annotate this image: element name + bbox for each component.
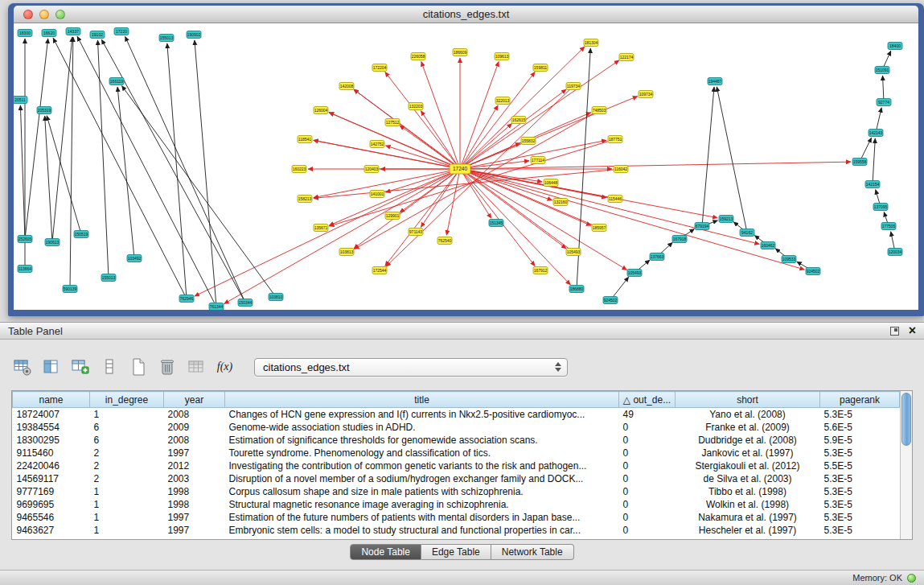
graph-node[interactable]: 18300 (18, 30, 32, 37)
graph-node[interactable]: 159558 (852, 159, 867, 166)
graph-node[interactable]: 129901 (385, 212, 400, 220)
graph-node[interactable]: 94162 (740, 229, 754, 237)
graph-node[interactable]: 132160 (553, 199, 568, 206)
graph-node[interactable]: 166119 (109, 78, 124, 85)
graph-node[interactable]: 109734 (639, 91, 653, 98)
graph-node[interactable]: 155013 (159, 35, 174, 42)
table-cell[interactable]: 2 (90, 459, 164, 472)
tab-network-table[interactable]: Network Table (491, 544, 574, 560)
table-cell[interactable]: 1 (90, 485, 164, 498)
scrollbar-thumb[interactable] (901, 393, 911, 446)
table-cell[interactable]: 18724007 (13, 408, 90, 421)
graph-node[interactable]: 142154 (865, 181, 880, 188)
table-cell[interactable]: 5.3E-5 (820, 485, 900, 498)
close-panel-icon[interactable]: × (909, 325, 916, 336)
graph-node[interactable]: 158213 (298, 196, 312, 203)
table-cell[interactable]: Estimation of the future numbers of pati… (225, 511, 619, 524)
table-cell[interactable]: 0 (619, 459, 676, 472)
graph-node[interactable]: 167912 (533, 267, 548, 274)
table-cell[interactable]: Corpus callosum shape and size in male p… (225, 485, 619, 498)
graph-node[interactable]: 127512 (385, 119, 400, 126)
table-cell[interactable]: 6 (90, 434, 164, 447)
graph-node[interactable]: 185957 (592, 225, 606, 232)
import-table-button[interactable] (185, 356, 207, 378)
graph-node[interactable]: 971143 (409, 229, 423, 236)
column-header-in_degree[interactable]: in_degree (90, 392, 164, 408)
graph-node[interactable]: 151091 (875, 67, 889, 74)
graph-node[interactable]: 679194 (695, 223, 709, 230)
table-cell[interactable]: 9777169 (13, 485, 90, 498)
column-settings-button[interactable] (11, 356, 33, 378)
graph-node[interactable]: 109533 (782, 256, 796, 263)
graph-node[interactable]: 122174 (619, 54, 634, 61)
delete-table-button[interactable] (156, 356, 178, 378)
graph-node[interactable]: 115446 (608, 196, 622, 203)
tab-node-table[interactable]: Node Table (350, 544, 421, 560)
table-cell[interactable]: Embryonic stem cells: a model to study s… (225, 524, 619, 537)
graph-node[interactable]: 132203 (409, 103, 423, 110)
window-titlebar[interactable]: citations_edges.txt (14, 6, 918, 23)
column-header-pagerank[interactable]: pagerank (820, 392, 900, 408)
table-row[interactable]: 977716911998Corpus callosum shape and si… (13, 485, 900, 498)
graph-node[interactable]: 924502 (806, 268, 820, 275)
close-window-button[interactable] (23, 10, 33, 19)
graph-node[interactable]: 177505 (881, 223, 896, 230)
table-cell[interactable]: 1 (90, 524, 164, 537)
table-cell[interactable]: 49 (619, 408, 676, 421)
table-cell[interactable]: Hescheler et al. (1997) (676, 524, 820, 537)
graph-node[interactable]: 205319 (37, 107, 51, 114)
graph-node[interactable]: 190902 (187, 31, 201, 39)
graph-node[interactable]: 116042 (614, 166, 628, 173)
tab-edge-table[interactable]: Edge Table (421, 544, 491, 560)
table-cell[interactable]: 9699695 (13, 498, 90, 511)
table-cell[interactable]: Estimation of significance thresholds fo… (225, 434, 619, 447)
network-canvas[interactable]: 1724016022311854112600414200817220422605… (14, 23, 918, 310)
graph-node[interactable]: 186609 (453, 49, 467, 56)
graph-node[interactable]: 109613 (495, 53, 509, 60)
table-cell[interactable]: 5.6E-5 (820, 421, 900, 434)
minimize-window-button[interactable] (39, 10, 49, 19)
table-cell[interactable]: 1998 (164, 485, 225, 498)
table-cell[interactable]: Franke et al. (2009) (676, 421, 820, 434)
table-cell[interactable]: 0 (619, 511, 676, 524)
table-cell[interactable]: 2012 (164, 459, 225, 472)
graph-node[interactable]: 924502 (603, 297, 618, 304)
table-cell[interactable]: 0 (619, 421, 676, 434)
graph-node[interactable]: 19102 (90, 31, 105, 39)
table-cell[interactable]: Tibbo et al. (1998) (676, 485, 820, 498)
table-cell[interactable]: 1 (90, 408, 164, 421)
row-tool-button[interactable] (98, 356, 120, 378)
table-cell[interactable]: Genome-wide association studies in ADHD. (225, 421, 619, 434)
graph-node[interactable]: 159811 (533, 64, 548, 72)
table-cell[interactable]: 1997 (164, 511, 225, 524)
graph-node[interactable]: 137095 (873, 204, 888, 211)
graph-node[interactable]: 160223 (292, 166, 306, 173)
graph-node[interactable]: 120034 (888, 249, 902, 256)
table-cell[interactable]: Disruption of a novel member of a sodium… (225, 472, 619, 485)
graph-node[interactable]: 14337 (66, 28, 80, 35)
table-cell[interactable]: 5.3E-5 (820, 408, 900, 421)
table-row[interactable]: 1872400712008Changes of HCN gene express… (13, 408, 900, 421)
table-cell[interactable]: 0 (619, 447, 676, 459)
graph-node[interactable]: 142752 (370, 141, 384, 148)
graph-node[interactable]: 92774 (877, 99, 891, 106)
graph-node[interactable]: 160462 (761, 242, 775, 249)
table-row[interactable]: 946554611997Estimation of the future num… (13, 511, 900, 524)
table-row[interactable]: 1456911722003Disruption of a novel membe… (13, 472, 900, 485)
column-header-short[interactable]: short (676, 392, 820, 408)
graph-node[interactable]: 761344 (209, 303, 224, 311)
table-cell[interactable]: 0 (619, 485, 676, 498)
graph-node[interactable]: 118541 (298, 136, 312, 143)
graph-node[interactable]: 20511 (14, 97, 27, 104)
table-cell[interactable]: Changes of HCN gene expression and I(f) … (225, 408, 619, 421)
graph-node[interactable]: 177114 (531, 157, 545, 164)
table-cell[interactable]: 5.3E-5 (820, 472, 900, 485)
graph-node[interactable]: 187751 (608, 136, 622, 143)
table-cell[interactable]: Wolkin et al. (1998) (676, 498, 820, 511)
graph-node[interactable]: 137663 (650, 253, 664, 261)
column-header-name[interactable]: name (13, 392, 90, 408)
function-builder-button[interactable]: f(x) (214, 356, 236, 378)
table-cell[interactable]: 9463627 (13, 524, 90, 537)
table-cell[interactable]: 2008 (164, 434, 225, 447)
table-cell[interactable]: de Silva et al. (2003) (676, 472, 820, 485)
